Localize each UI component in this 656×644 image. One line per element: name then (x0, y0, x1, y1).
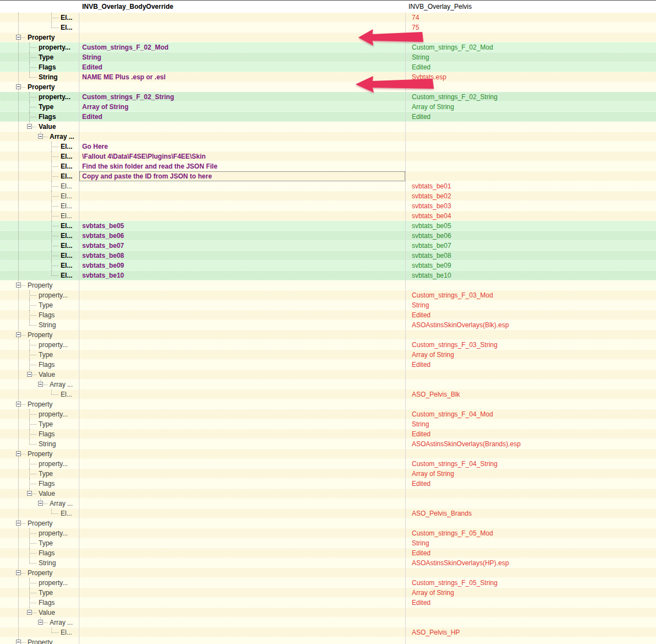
value-cell-right[interactable]: Array of String (405, 102, 656, 112)
value-cell-right[interactable] (405, 280, 656, 290)
value-cell-middle[interactable] (79, 33, 405, 42)
tree-cell[interactable]: El... (0, 389, 79, 399)
value-cell-middle[interactable] (79, 300, 405, 310)
value-cell-right[interactable]: Edited (405, 360, 656, 370)
tree-cell[interactable]: El... (0, 270, 79, 280)
value-cell-right[interactable] (405, 142, 656, 151)
tree-cell[interactable]: El... (0, 181, 79, 191)
value-cell-middle[interactable] (79, 558, 405, 568)
tree-cell[interactable]: Flags (0, 479, 79, 489)
value-cell-right[interactable]: String (405, 52, 656, 62)
value-cell-right[interactable]: 75 (405, 23, 656, 33)
value-cell-middle[interactable] (79, 459, 405, 469)
value-cell-middle[interactable] (79, 518, 405, 528)
value-cell-right[interactable]: Array of String (405, 350, 656, 360)
value-cell-middle[interactable] (79, 548, 405, 558)
value-cell-middle[interactable] (79, 380, 405, 389)
value-cell-middle[interactable] (79, 191, 405, 201)
column-header-right-plugin[interactable]: INVB_Overlay_Pelvis (405, 1, 656, 13)
tree-cell[interactable]: property... (0, 578, 79, 588)
tree-cell[interactable]: El... (0, 231, 79, 241)
tree-cell[interactable]: Property (0, 518, 79, 528)
tree-collapse-minus-icon[interactable] (16, 35, 21, 40)
value-cell-middle[interactable] (79, 568, 405, 578)
tree-cell[interactable]: Property (0, 280, 79, 290)
value-cell-middle[interactable]: Go Here (79, 142, 405, 151)
value-cell-middle[interactable] (79, 578, 405, 588)
value-cell-middle[interactable]: Edited (79, 62, 405, 72)
value-cell-middle[interactable] (79, 389, 405, 399)
tree-collapse-minus-icon[interactable] (38, 501, 43, 506)
tree-cell[interactable]: Value (0, 608, 79, 618)
value-cell-middle[interactable] (79, 330, 405, 340)
value-cell-right[interactable]: Custom_strings_F_05_String (405, 578, 656, 588)
value-cell-right[interactable]: svbtats_be03 (405, 201, 656, 211)
value-cell-middle[interactable] (79, 201, 405, 211)
value-cell-middle[interactable] (79, 23, 405, 33)
value-cell-right[interactable] (405, 449, 656, 459)
tree-cell[interactable]: String (0, 320, 79, 330)
tree-cell[interactable]: El... (0, 211, 79, 221)
value-cell-middle[interactable]: svbtats_be07 (79, 241, 405, 251)
value-cell-right[interactable]: Custom_strings_F_03_Mod (405, 290, 656, 300)
value-cell-right[interactable]: svbtats_be05 (405, 221, 656, 231)
tree-cell[interactable]: Property (0, 449, 79, 459)
tree-collapse-minus-icon[interactable] (16, 640, 21, 644)
value-cell-right[interactable] (405, 380, 656, 389)
value-cell-middle[interactable] (79, 588, 405, 598)
value-cell-right[interactable] (405, 122, 656, 132)
value-cell-right[interactable]: Custom_strings_F_03_String (405, 340, 656, 350)
value-cell-right[interactable] (405, 399, 656, 409)
tree-collapse-minus-icon[interactable] (38, 382, 43, 387)
tree-cell[interactable]: El... (0, 161, 79, 171)
tree-cell[interactable]: El... (0, 201, 79, 211)
tree-cell[interactable]: Value (0, 370, 79, 380)
tree-cell[interactable]: Property (0, 330, 79, 340)
value-cell-right[interactable]: Edited (405, 429, 656, 439)
value-cell-middle[interactable]: Edited (79, 112, 405, 122)
tree-cell[interactable]: El... (0, 508, 79, 518)
value-cell-right[interactable] (405, 618, 656, 627)
value-cell-right[interactable]: Custom_strings_F_05_Mod (405, 528, 656, 538)
value-cell-middle-selected[interactable]: Copy and paste the ID from JSON to here (79, 171, 405, 181)
tree-collapse-minus-icon[interactable] (16, 451, 21, 456)
value-cell-middle[interactable]: Custom_strings_F_02_Mod (79, 42, 405, 52)
tree-cell[interactable]: Flags (0, 598, 79, 608)
tree-cell[interactable]: Property (0, 33, 79, 42)
tree-collapse-minus-icon[interactable] (16, 521, 21, 526)
value-cell-middle[interactable] (79, 429, 405, 439)
tree-collapse-minus-icon[interactable] (16, 570, 21, 575)
value-cell-middle[interactable]: svbtats_be09 (79, 261, 405, 270)
tree-cell[interactable]: String (0, 72, 79, 82)
value-cell-middle[interactable] (79, 637, 405, 644)
value-cell-middle[interactable] (79, 469, 405, 479)
value-cell-right[interactable]: 74 (405, 13, 656, 23)
value-cell-middle[interactable] (79, 608, 405, 618)
value-cell-right[interactable]: Edited (405, 548, 656, 558)
value-cell-middle[interactable] (79, 310, 405, 320)
tree-cell[interactable]: Value (0, 489, 79, 499)
value-cell-middle[interactable] (79, 618, 405, 627)
value-cell-right[interactable]: Edited (405, 112, 656, 122)
tree-cell[interactable]: Property (0, 399, 79, 409)
value-cell-right[interactable]: svbtats_be02 (405, 191, 656, 201)
value-cell-right[interactable] (405, 499, 656, 508)
tree-cell[interactable]: Flags (0, 429, 79, 439)
tree-cell[interactable]: Property (0, 568, 79, 578)
value-cell-right[interactable] (405, 608, 656, 618)
tree-cell[interactable]: El... (0, 251, 79, 261)
value-cell-right[interactable] (405, 132, 656, 142)
tree-cell[interactable]: Property (0, 637, 79, 644)
value-cell-right[interactable]: String (405, 300, 656, 310)
value-cell-right[interactable]: svbtats_be06 (405, 231, 656, 241)
tree-collapse-minus-icon[interactable] (16, 84, 21, 89)
value-cell-middle[interactable] (79, 508, 405, 518)
value-cell-right[interactable]: Array of String (405, 469, 656, 479)
value-cell-right[interactable] (405, 568, 656, 578)
tree-cell[interactable]: El... (0, 627, 79, 637)
value-cell-middle[interactable] (79, 340, 405, 350)
value-cell-right[interactable]: svbtats_be01 (405, 181, 656, 191)
value-cell-right[interactable] (405, 161, 656, 171)
value-cell-right[interactable]: svbtats_be04 (405, 211, 656, 221)
value-cell-right[interactable] (405, 370, 656, 380)
